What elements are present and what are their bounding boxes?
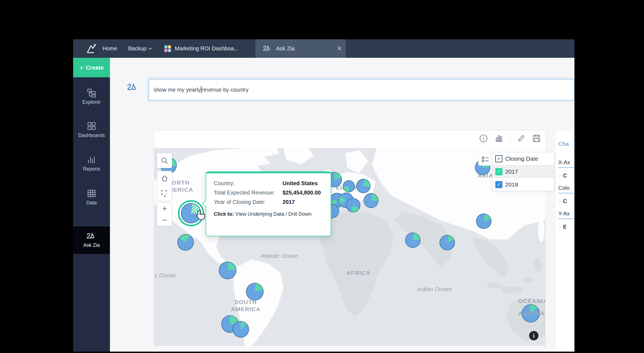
map-pie-mexico[interactable] [177,234,194,251]
checkbox-checked-icon[interactable]: ✓ [495,155,502,162]
zoom-in-icon [161,205,168,212]
map-continent-label: AFRICA [346,270,371,276]
zoom-out-icon [161,216,168,224]
section-underline [558,193,574,193]
zia-logo-icon [126,83,139,95]
map-pie-brazil[interactable] [246,283,264,300]
section-x-axis: X-Ax [558,159,570,166]
map-pie-argentina[interactable] [233,321,249,338]
map-continent-label: AUSTRALIA [518,310,545,317]
grid-icon [87,121,96,131]
text-caret [201,86,201,93]
dashboard-grid-icon [164,45,171,52]
report-toolbar [479,132,541,144]
map-search-control[interactable] [157,153,172,168]
section-underline [558,218,574,219]
tooltip-arrow [202,200,206,207]
app-window: Home Backup Marketing ROI Dashboa... Ask… [73,39,574,352]
map-tooltip: Country: United States Total Expected Re… [206,171,331,236]
map-nav-controls [157,171,172,201]
map-pie-west-asia[interactable] [405,232,421,248]
section-color: Colo [558,185,570,191]
nav-home[interactable]: Home [103,39,117,58]
sidebar-item-ask-zia[interactable]: Ask Zia [73,226,110,254]
map-pie-colombia[interactable] [219,262,236,279]
legend-panel: ✓ Closing Date ✓2017✓2018 [492,152,554,191]
bar-chart-icon [87,155,96,164]
nav-backup[interactable]: Backup [128,39,151,58]
map-continent-label: AMERICA [231,306,261,313]
zia-icon [262,45,272,53]
hand-cursor-icon [194,209,206,223]
checkbox-checked-icon[interactable]: ✓ [495,181,502,188]
legend-header[interactable]: ✓ Closing Date [492,152,554,165]
analytics-mountain-logo-icon [85,43,98,54]
x-axis-field-chip[interactable]: --C [558,173,567,179]
edit-pencil-icon[interactable] [517,134,526,143]
plus-icon: + [79,64,84,71]
legend-item-2018[interactable]: ✓2018 [492,178,554,191]
legend-item-2017[interactable]: ✓2017 [492,165,554,178]
toolbar-divider [510,134,510,143]
chevron-down-icon [148,46,152,50]
save-icon[interactable] [532,134,541,143]
map-zoom-controls [157,203,172,226]
close-tab-icon[interactable]: ✕ [337,39,342,58]
map-pie-europe-6[interactable] [346,198,360,212]
topbar: Home Backup Marketing ROI Dashboa... Ask… [73,39,574,58]
map-pie-europe-7[interactable] [364,193,378,208]
map-continent-label: OCEANIA [518,298,545,304]
chart-settings-panel: Cha X-Ax --C Colo --C Y-Ax --E [555,130,574,352]
sidebar-item-data[interactable]: Data [73,185,110,210]
map-pie-europe-3[interactable] [356,179,371,193]
create-button[interactable]: + Create [73,58,110,77]
map-zoom-selection-button[interactable] [157,186,172,201]
map-home-button[interactable] [157,171,172,186]
chart-type-icon[interactable] [494,134,503,143]
checkbox-checked-icon[interactable]: ✓ [495,168,502,175]
zoom-in-button[interactable] [157,203,172,214]
zoom-selection-icon [161,189,169,198]
info-icon[interactable] [479,134,488,143]
legend-list-icon [481,155,490,163]
legend-toggle-button[interactable] [478,153,493,166]
tab-marketing-roi-dashboard[interactable]: Marketing ROI Dashboa... [159,39,255,58]
home-icon [161,174,169,183]
tooltip-click-hint: Click to: View Underlying Data / Drill D… [214,211,323,217]
sidebar-item-explorer[interactable]: Explorer [73,84,110,109]
map-pie-china[interactable] [476,214,491,229]
color-field-chip[interactable]: --C [558,198,567,204]
zia-query-input[interactable]: show me my yearly revenue by country [148,79,574,100]
table-icon [87,189,96,198]
y-axis-field-chip[interactable]: --E [558,224,567,230]
map-pie-europe-2[interactable] [343,180,355,192]
zia-icon [86,232,97,240]
tree-icon [87,88,96,97]
section-underline [558,167,574,168]
sidebar: + Create Explorer Dashboards Reports [73,58,110,352]
tab-ask-zia[interactable]: Ask Zia ✕ [255,39,346,58]
panel-header[interactable]: Cha [558,141,569,147]
search-icon [161,157,169,165]
sidebar-item-reports[interactable]: Reports [73,151,110,176]
map-pie-india[interactable] [440,235,455,250]
zoom-out-button[interactable] [157,214,172,226]
map-ocean-label: c Ocean [154,272,176,279]
map-ocean-label: Atlantic Ocean [261,253,298,259]
map-attribution-info-icon[interactable]: i [529,331,538,340]
map-ocean-label: Indian Ocean [418,286,452,292]
section-y-axis: Y-Ax [558,210,570,217]
sidebar-item-dashboards[interactable]: Dashboards [73,117,110,143]
